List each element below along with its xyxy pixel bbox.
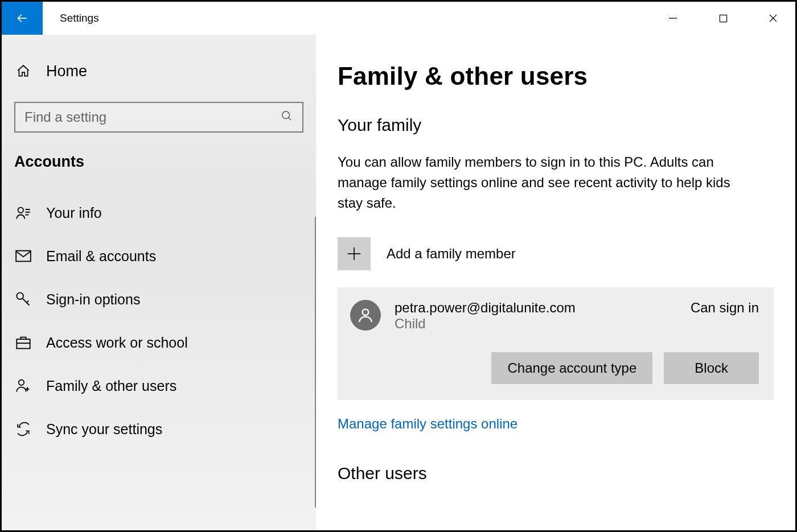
briefcase-icon [14, 333, 32, 352]
sidebar-item-your-info[interactable]: Your info [2, 191, 316, 234]
svg-line-5 [289, 118, 291, 121]
add-family-member-button[interactable]: Add a family member [338, 237, 774, 270]
sidebar-item-label: Sign-in options [46, 291, 140, 308]
member-status: Can sign in [691, 300, 759, 316]
family-icon [14, 377, 32, 395]
sidebar-item-label: Your info [46, 205, 102, 221]
main-content: Family & other users Your family You can… [316, 35, 795, 530]
maximize-button[interactable] [710, 9, 736, 27]
svg-point-6 [18, 208, 23, 213]
minimize-button[interactable] [660, 9, 686, 27]
your-family-heading: Your family [338, 116, 774, 135]
add-family-label: Add a family member [387, 246, 516, 262]
sidebar-item-label: Access work or school [46, 335, 188, 351]
change-account-type-button[interactable]: Change account type [491, 352, 652, 384]
your-family-description: You can allow family members to sign in … [338, 152, 759, 213]
svg-point-14 [19, 380, 24, 385]
search-icon [281, 110, 293, 125]
svg-rect-10 [16, 251, 31, 262]
minimize-icon [668, 14, 677, 23]
back-button[interactable] [2, 2, 43, 35]
sidebar-item-signin-options[interactable]: Sign-in options [2, 278, 316, 321]
close-icon [769, 14, 778, 23]
maximize-icon [719, 14, 728, 23]
sync-icon [14, 420, 32, 438]
svg-rect-1 [720, 15, 726, 22]
sidebar: Home Accounts Your info Email & accounts [2, 35, 316, 530]
window-controls [660, 2, 795, 35]
sidebar-home[interactable]: Home [2, 55, 316, 87]
close-button[interactable] [760, 9, 786, 27]
svg-point-4 [282, 112, 290, 119]
member-email: petra.power@digitalunite.com [395, 300, 677, 316]
sidebar-item-sync-settings[interactable]: Sync your settings [2, 407, 316, 451]
sidebar-item-email-accounts[interactable]: Email & accounts [2, 234, 316, 278]
sidebar-category: Accounts [2, 153, 316, 171]
svg-point-19 [363, 309, 369, 315]
svg-rect-12 [17, 339, 30, 348]
member-role: Child [395, 316, 677, 332]
sidebar-item-work-school[interactable]: Access work or school [2, 321, 316, 364]
sidebar-item-label: Email & accounts [46, 248, 156, 265]
other-users-heading: Other users [338, 464, 774, 483]
arrow-left-icon [15, 11, 30, 26]
svg-point-11 [17, 292, 23, 299]
window-title: Settings [43, 2, 660, 35]
search-input[interactable] [24, 109, 281, 125]
mail-icon [14, 247, 32, 265]
plus-icon [346, 245, 363, 262]
sidebar-item-family-users[interactable]: Family & other users [2, 364, 316, 407]
search-box[interactable] [14, 102, 303, 133]
sidebar-item-label: Sync your settings [46, 421, 162, 438]
plus-tile [338, 237, 371, 270]
manage-family-link[interactable]: Manage family settings online [338, 416, 517, 432]
avatar [350, 300, 381, 331]
user-info-icon [14, 204, 32, 222]
key-icon [14, 290, 32, 308]
sidebar-item-label: Family & other users [46, 378, 176, 394]
block-button[interactable]: Block [664, 352, 759, 384]
sidebar-home-label: Home [46, 63, 87, 80]
titlebar: Settings [2, 2, 795, 35]
page-title: Family & other users [338, 62, 774, 90]
home-icon [14, 62, 32, 80]
family-member-card[interactable]: petra.power@digitalunite.com Child Can s… [338, 287, 774, 400]
person-icon [356, 306, 375, 324]
